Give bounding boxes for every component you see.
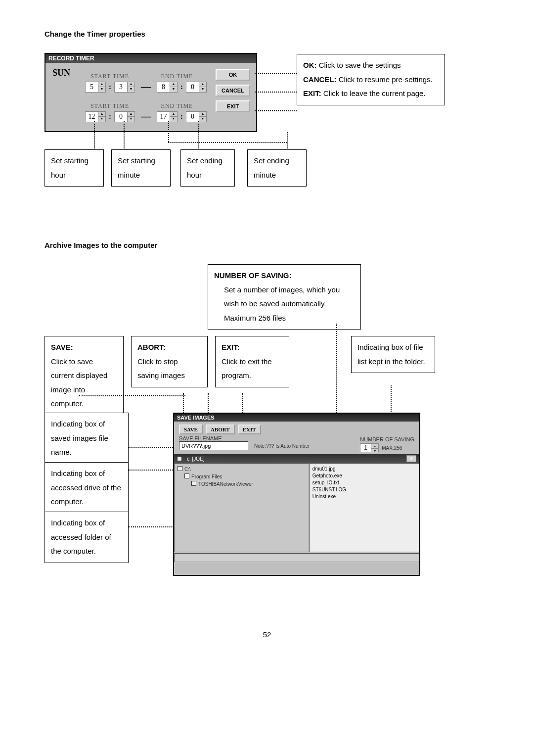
callout-start-minute: Set starting minute — [111, 149, 171, 187]
heading-archive: Archive Images to the computer — [44, 241, 490, 249]
save-images-dialog: SAVE IMAGES SAVE ABORT EXIT SAVE FILENAM… — [173, 413, 420, 576]
folder-icon — [178, 466, 182, 471]
ok-button[interactable]: OK — [216, 69, 250, 81]
callout-filename-box: Indicating box of saved images file name… — [44, 413, 129, 464]
callout-abort: ABORT: Click to stop saving images — [131, 336, 208, 387]
end-time-label-2: END TIME — [152, 102, 202, 110]
folder-icon — [191, 481, 196, 486]
callout-buttons: OK: Click to save the settings CANCEL: C… — [297, 54, 445, 105]
exit-button[interactable]: EXIT — [216, 100, 250, 112]
callout-end-minute: Set ending minute — [247, 149, 307, 187]
callout-folder-box: Indicating box of accessed folder of the… — [44, 512, 129, 563]
start-time-label-2: START TIME — [85, 102, 134, 110]
start-hour-spinner-1[interactable]: 5▲▼ — [85, 82, 106, 93]
drive-label: c: [JOE] — [187, 456, 205, 462]
callout-filelist: Indicating box of file list kept in the … — [351, 336, 435, 373]
folder-tree[interactable]: C:\ Program Files TOSHIBANetworkViewer — [174, 463, 309, 552]
end-time-label: END TIME — [152, 73, 202, 80]
max-label: MAX:256 — [382, 445, 402, 451]
cancel-button[interactable]: CANCEL — [216, 85, 250, 96]
heading-timer: Change the Timer properties — [44, 30, 490, 38]
save-button[interactable]: SAVE — [179, 425, 203, 434]
folder-icon — [184, 473, 189, 478]
day-label: SUN — [52, 68, 70, 78]
start-minute-spinner-2[interactable]: 0▲▼ — [114, 111, 135, 122]
number-of-saving-spinner[interactable]: 1▲▼ — [360, 443, 379, 452]
callout-drive-box: Indicating box of accessed drive of the … — [44, 462, 129, 514]
drive-dropdown[interactable]: ▼ — [406, 455, 416, 462]
callout-end-hour: Set ending hour — [180, 149, 235, 187]
dialog-title: RECORD TIMER — [45, 54, 256, 63]
callout-exit: EXIT: Click to exit the program. — [215, 336, 289, 387]
page-number: 52 — [44, 630, 490, 639]
end-hour-spinner-2[interactable]: 17▲▼ — [157, 111, 178, 122]
drive-icon — [177, 456, 182, 461]
start-minute-spinner-1[interactable]: 3▲▼ — [114, 82, 135, 93]
save-images-title: SAVE IMAGES — [174, 414, 419, 422]
start-hour-spinner-2[interactable]: 12▲▼ — [85, 111, 106, 122]
abort-button[interactable]: ABORT — [206, 425, 235, 434]
end-hour-spinner-1[interactable]: 8▲▼ — [157, 82, 178, 93]
file-list[interactable]: dmu01.jpg Getphoto.exe setup_IO.txt ST6U… — [309, 463, 419, 552]
end-minute-spinner-1[interactable]: 0▲▼ — [186, 82, 207, 93]
callout-number-of-saving: NUMBER OF SAVING: Set a number of images… — [208, 264, 361, 330]
callout-start-hour: Set starting hour — [44, 149, 104, 187]
exit-button-2[interactable]: EXIT — [238, 425, 261, 434]
auto-number-note: Note:??? Is Auto Number — [254, 443, 310, 449]
end-minute-spinner-2[interactable]: 0▲▼ — [186, 111, 207, 122]
status-bar — [174, 553, 419, 562]
start-time-label: START TIME — [85, 73, 134, 80]
filename-field[interactable]: DVR???.jpg — [179, 441, 248, 450]
record-timer-dialog: RECORD TIMER SUN START TIME END TIME 5▲▼… — [44, 53, 257, 132]
number-of-saving-group: NUMBER OF SAVING 1▲▼ MAX:256 — [360, 436, 414, 452]
callout-save: SAVE: Click to save current displayed im… — [44, 336, 124, 416]
